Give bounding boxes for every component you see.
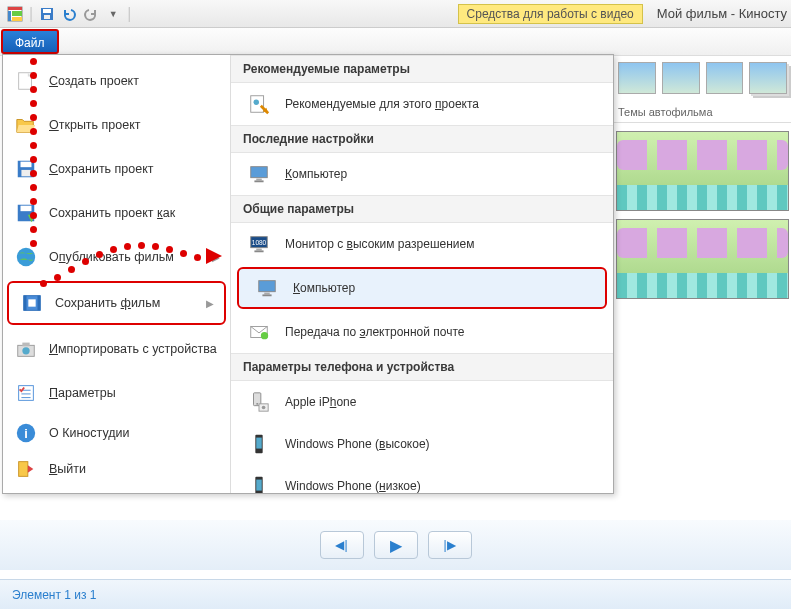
menu-item-label: Создать проект [49, 74, 139, 88]
menu-item-label: Опубликовать фильм [49, 250, 174, 264]
svg-point-42 [261, 332, 268, 339]
menu-item-options[interactable]: Параметры [3, 371, 230, 415]
menu-item-label: Сохранить проект как [49, 206, 175, 220]
theme-thumb[interactable] [706, 62, 744, 94]
menu-item-label: Выйти [49, 462, 86, 476]
svg-rect-6 [43, 9, 51, 13]
svg-rect-40 [262, 294, 271, 296]
menu-item-open-project[interactable]: Открыть проект [3, 103, 230, 147]
svg-rect-4 [12, 17, 22, 21]
camera-icon [13, 336, 39, 362]
save-disk-icon [13, 156, 39, 182]
submenu-arrow-icon: ▶ [206, 298, 214, 309]
timeline-clip[interactable] [616, 219, 789, 299]
menu-item-label: Сохранить проект [49, 162, 154, 176]
svg-rect-2 [8, 11, 11, 21]
recommended-icon [245, 90, 273, 118]
theme-thumb[interactable] [662, 62, 700, 94]
sub-item-label: Компьютер [285, 167, 347, 181]
menu-item-publish-movie[interactable]: Опубликовать фильм ▶ [3, 235, 230, 279]
prev-frame-button[interactable]: ◀| [320, 531, 364, 559]
svg-rect-37 [254, 250, 263, 252]
menu-item-label: Параметры [49, 386, 116, 400]
svg-point-20 [22, 347, 29, 354]
sub-item-label: Передача по электронной почте [285, 325, 465, 339]
qat-dropdown-icon[interactable]: ▼ [105, 6, 121, 22]
sub-item-recommended-project[interactable]: Рекомендуемые для этого проекта [231, 83, 613, 125]
svg-rect-16 [24, 296, 27, 311]
exit-icon [13, 456, 39, 482]
window-title: Мой фильм - Киносту [657, 6, 787, 21]
svg-rect-13 [21, 206, 32, 212]
timeline-clip[interactable] [616, 131, 789, 211]
svg-rect-38 [259, 281, 276, 292]
info-icon: i [13, 420, 39, 446]
svg-rect-21 [22, 343, 29, 347]
svg-rect-7 [44, 15, 50, 19]
svg-rect-10 [21, 162, 32, 168]
redo-icon[interactable] [83, 6, 99, 22]
play-button[interactable]: ▶ [374, 531, 418, 559]
sub-item-hd-monitor[interactable]: 1080 Монитор с высоким разрешением [231, 223, 613, 265]
sub-item-iphone[interactable]: Apple iPhone [231, 381, 613, 423]
ribbon-tabs: Файл [0, 28, 791, 56]
sub-item-wp-low[interactable]: Windows Phone (низкое) [231, 465, 613, 493]
video-tools-tab[interactable]: Средства для работы с видео [458, 4, 643, 24]
menu-item-save-project[interactable]: Сохранить проект [3, 147, 230, 191]
open-folder-icon [13, 112, 39, 138]
svg-rect-39 [264, 293, 270, 295]
file-menu-left: Создать проект Открыть проект Сохранить … [3, 55, 231, 493]
titlebar: | ▼ | Средства для работы с видео Мой фи… [0, 0, 791, 28]
menu-item-save-movie[interactable]: Сохранить фильм ▶ [7, 281, 226, 325]
menu-item-exit[interactable]: Выйти [3, 451, 230, 487]
sub-item-computer-recent[interactable]: Компьютер [231, 153, 613, 195]
options-icon [13, 380, 39, 406]
svg-rect-11 [21, 170, 30, 176]
sub-item-email[interactable]: Передача по электронной почте [231, 311, 613, 353]
submenu-section-recommended: Рекомендуемые параметры [231, 55, 613, 83]
menu-item-import-device[interactable]: Импортировать с устройства [3, 327, 230, 371]
qat-separator: | [127, 5, 131, 23]
save-icon[interactable] [39, 6, 55, 22]
svg-rect-50 [256, 480, 262, 491]
player-controls: ◀| ▶ |▶ [0, 520, 791, 570]
globe-icon [13, 244, 39, 270]
menu-item-save-project-as[interactable]: Сохранить проект как [3, 191, 230, 235]
svg-rect-17 [38, 296, 41, 311]
iphone-icon [245, 388, 273, 416]
svg-rect-36 [256, 249, 262, 251]
svg-rect-3 [12, 11, 22, 16]
svg-rect-28 [19, 462, 28, 477]
film-reel-icon [19, 290, 45, 316]
submenu-section-phone: Параметры телефона и устройства [231, 353, 613, 381]
monitor-icon [245, 160, 273, 188]
new-project-icon [13, 68, 39, 94]
sub-item-computer-common[interactable]: Компьютер [237, 267, 607, 309]
sub-item-label: Рекомендуемые для этого проекта [285, 97, 479, 111]
sub-item-label: Windows Phone (низкое) [285, 479, 421, 493]
phone-icon [245, 472, 273, 493]
next-frame-button[interactable]: |▶ [428, 531, 472, 559]
themes-section-label: Темы автофильма [614, 102, 791, 123]
theme-thumb[interactable] [749, 62, 787, 94]
phone-icon [245, 430, 273, 458]
menu-item-about[interactable]: i О Киностудии [3, 415, 230, 451]
theme-thumbnails [614, 54, 791, 102]
svg-rect-31 [251, 167, 268, 178]
theme-thumb[interactable] [618, 62, 656, 94]
svg-text:i: i [24, 426, 28, 441]
menu-item-label: О Киностудии [49, 426, 130, 440]
menu-item-new-project[interactable]: Создать проект [3, 59, 230, 103]
svg-point-46 [262, 406, 266, 410]
svg-point-44 [256, 403, 258, 405]
sub-item-label: Apple iPhone [285, 395, 356, 409]
svg-point-14 [17, 248, 35, 266]
undo-icon[interactable] [61, 6, 77, 22]
file-tab[interactable]: Файл [1, 29, 59, 54]
submenu-section-recent: Последние настройки [231, 125, 613, 153]
menu-item-label: Импортировать с устройства [49, 342, 217, 356]
submenu-section-common: Общие параметры [231, 195, 613, 223]
sub-item-wp-high[interactable]: Windows Phone (высокое) [231, 423, 613, 465]
status-text: Элемент 1 из 1 [12, 588, 97, 602]
svg-rect-48 [256, 438, 262, 449]
